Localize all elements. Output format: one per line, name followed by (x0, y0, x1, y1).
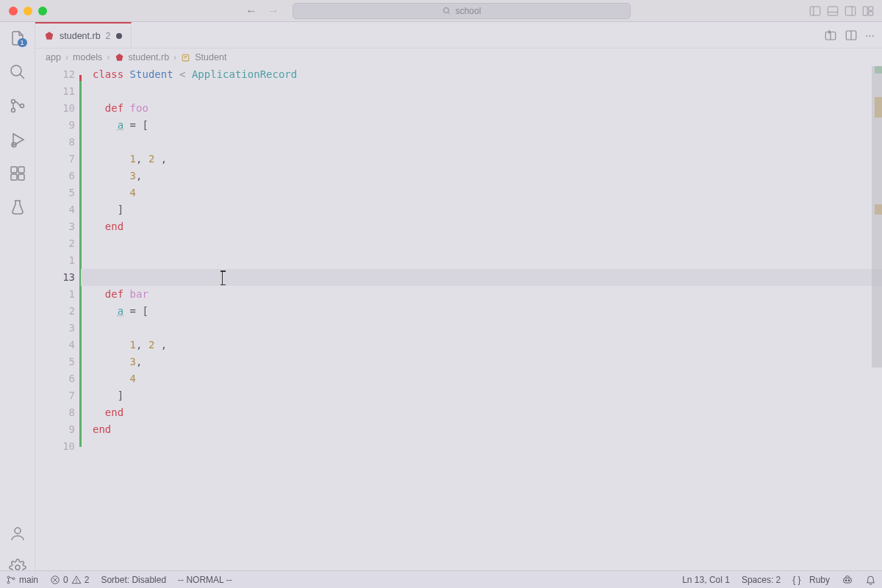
svg-point-23 (15, 528, 21, 534)
close-icon[interactable] (9, 7, 18, 15)
crumb-file[interactable]: student.rb (129, 52, 170, 62)
svg-point-39 (845, 579, 847, 581)
status-language[interactable]: { } Ruby (786, 575, 836, 585)
svg-point-13 (11, 100, 15, 104)
svg-point-11 (11, 65, 21, 76)
svg-rect-19 (18, 167, 24, 173)
svg-rect-4 (828, 7, 838, 15)
extensions-icon[interactable] (9, 165, 26, 182)
svg-rect-20 (11, 174, 17, 180)
search-icon[interactable] (9, 63, 26, 81)
nav-arrows: ← → (245, 4, 279, 18)
svg-point-14 (11, 109, 15, 112)
svg-line-1 (448, 12, 450, 14)
svg-point-37 (76, 581, 76, 582)
compare-icon[interactable] (824, 29, 837, 42)
tab-student[interactable]: student.rb 2 (35, 22, 132, 48)
svg-point-31 (7, 581, 10, 584)
layout-controls (808, 4, 875, 18)
svg-rect-38 (844, 578, 852, 583)
status-bell-icon[interactable] (859, 574, 882, 585)
run-icon[interactable] (9, 131, 26, 148)
svg-point-30 (7, 576, 10, 578)
svg-point-40 (848, 579, 850, 581)
forward-icon[interactable]: → (268, 4, 279, 18)
breadcrumb[interactable]: app› models› student.rb› Student (35, 49, 882, 66)
status-problems[interactable]: 0 2 (44, 575, 95, 585)
scm-icon[interactable] (9, 97, 26, 115)
svg-rect-10 (869, 11, 873, 15)
status-position[interactable]: Ln 13, Col 1 (676, 575, 736, 585)
testing-icon[interactable] (9, 198, 26, 216)
svg-rect-21 (18, 174, 24, 180)
ruby-file-icon (44, 31, 54, 41)
svg-rect-6 (845, 7, 856, 15)
class-icon (181, 53, 190, 62)
gutter: 12 11 10 9 8 7 6 5 4 3 2 1 13 1 2 3 4 5 … (35, 66, 81, 588)
more-icon[interactable]: ⋯ (865, 30, 876, 41)
status-copilot-icon[interactable] (836, 574, 859, 586)
crumb-app[interactable]: app (46, 52, 61, 62)
explorer-badge: 1 (18, 38, 27, 47)
scrollbar[interactable] (872, 66, 882, 588)
editor-group: student.rb 2 ⋯ app› models› student.rb› … (35, 22, 882, 588)
status-vim-mode: -- NORMAL -- (172, 575, 238, 585)
status-spaces[interactable]: Spaces: 2 (736, 575, 786, 585)
split-icon[interactable] (845, 29, 858, 42)
tab-filename: student.rb (60, 31, 101, 41)
panel-bottom-icon[interactable] (826, 4, 839, 18)
window-controls (0, 7, 47, 15)
crumb-symbol[interactable]: Student (195, 52, 226, 62)
activity-bar: 1 (0, 22, 35, 588)
search-text: school (456, 6, 481, 16)
status-sorbet[interactable]: Sorbet: Disabled (95, 575, 172, 585)
account-icon[interactable] (9, 525, 26, 542)
titlebar: ← → school (0, 0, 882, 22)
svg-rect-2 (810, 7, 820, 15)
tab-problem-count: 2 (106, 31, 111, 41)
ruby-file-icon (115, 53, 124, 62)
panel-left-icon[interactable] (808, 4, 822, 18)
minimize-icon[interactable] (24, 7, 32, 15)
svg-point-32 (12, 577, 15, 579)
panel-right-icon[interactable] (844, 4, 857, 18)
svg-point-24 (15, 565, 20, 570)
svg-point-0 (443, 7, 448, 12)
tab-bar: student.rb 2 ⋯ (35, 22, 882, 49)
svg-rect-9 (869, 7, 873, 10)
code-area[interactable]: class Student < ApplicationRecord def fo… (81, 66, 882, 588)
editor[interactable]: 12 11 10 9 8 7 6 5 4 3 2 1 13 1 2 3 4 5 … (35, 66, 882, 588)
text-cursor (222, 271, 223, 284)
crumb-models[interactable]: models (73, 52, 102, 62)
status-bar: main 0 2 Sorbet: Disabled -- NORMAL -- L… (0, 570, 882, 588)
svg-line-12 (20, 74, 24, 79)
layout-grid-icon[interactable] (861, 4, 875, 18)
svg-marker-16 (13, 134, 24, 146)
search-input[interactable]: school (293, 3, 631, 19)
svg-point-15 (20, 104, 24, 108)
status-branch[interactable]: main (0, 575, 44, 585)
tab-dirty-icon (116, 33, 122, 39)
explorer-icon[interactable]: 1 (9, 29, 26, 47)
maximize-icon[interactable] (38, 7, 47, 15)
back-icon[interactable]: ← (245, 4, 257, 18)
svg-rect-8 (863, 7, 867, 15)
svg-rect-18 (11, 167, 17, 173)
